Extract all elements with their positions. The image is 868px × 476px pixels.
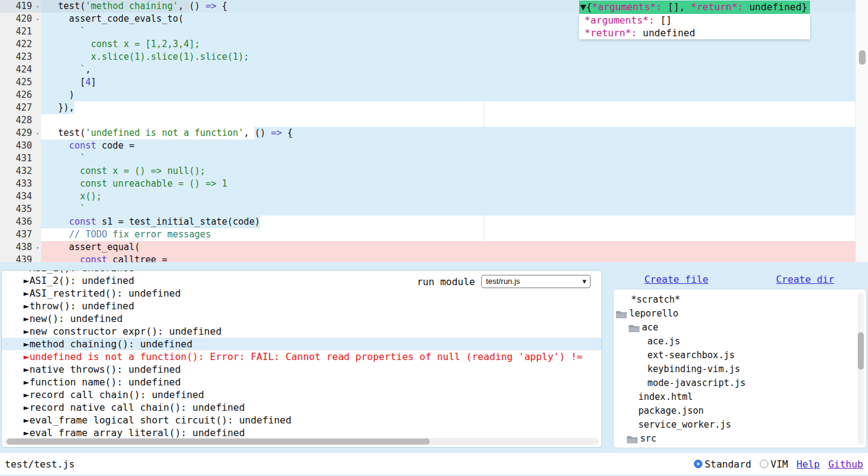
gutter-line-number[interactable]: 429▾ [0,127,41,140]
test-result-item[interactable]: ►eval_frame logical short circuit(): und… [2,414,601,426]
gutter-line-number[interactable]: 431 [0,152,41,165]
fold-icon[interactable]: ▾ [36,13,39,26]
code-line[interactable]: const code = [0,140,855,152]
tree-vertical-scrollbar[interactable] [858,292,864,445]
gutter-line-number[interactable]: 430 [0,140,41,152]
fold-icon[interactable]: ▾ [36,127,39,140]
create-dir-link[interactable]: Create dir [776,274,834,285]
test-results-console[interactable]: ►ASI_1(): undefined►ASI_2(): undefined►A… [1,270,602,448]
code-line-text: [4] [47,76,855,89]
test-result-item[interactable]: ►new constructor expr(): undefined [2,325,601,338]
editor-scrollbar-thumb[interactable] [859,50,866,65]
tree-file-item[interactable]: ext-searchbox.js [614,349,866,362]
gutter-line-number[interactable]: 421 [0,25,41,38]
gutter-line-number[interactable]: 428 [0,114,41,127]
test-result-item[interactable]: ►record call chain(): undefined [2,388,601,401]
tooltip-property-row[interactable]: *return*: undefined [579,27,810,39]
file-tree[interactable]: *scratch*leporelloaceace.jsext-searchbox… [613,289,867,448]
test-result-item[interactable]: ►ASI_1(): undefined [2,270,601,274]
tree-folder-item[interactable]: leporello [614,307,866,321]
gutter-line-number[interactable]: 425 [0,76,41,89]
line-number-gutter[interactable]: 419▾420▾421422423424425426427428429▾4304… [0,0,41,262]
code-token: { [586,1,592,13]
code-line[interactable] [0,114,855,127]
code-line[interactable]: const x = [1,2,3,4]; [0,38,855,51]
code-token: 'method chaining' [85,1,178,11]
value-tooltip-header[interactable]: ▼{*arguments*: [], *return*: undefined} [579,1,810,14]
tooltip-property-row[interactable]: *arguments*: [] [579,14,810,27]
gutter-line-number[interactable]: 423 [0,51,41,63]
gutter-line-number[interactable]: 419▾ [0,0,41,13]
code-token: ` [80,64,85,75]
test-result-item[interactable]: ►native throws(): undefined [2,363,601,376]
help-link[interactable]: Help [797,458,820,470]
code-line-text: test('undefined is not a function', () =… [47,127,855,140]
gutter-line-number[interactable]: 432 [0,165,41,178]
test-result-item[interactable]: ►record native call chain(): undefined [2,401,601,414]
gutter-line-number[interactable]: 438▾ [0,241,41,254]
code-line[interactable]: }), [0,101,855,114]
github-link[interactable]: Github [828,458,863,470]
radio-selected-icon [694,460,702,468]
gutter-line-number[interactable]: 436 [0,216,41,228]
code-line[interactable]: const s1 = test_initial_state(code) [0,216,855,228]
tree-file-item[interactable]: ace.js [614,335,866,349]
code-token: ` [80,153,85,164]
fold-icon[interactable]: ▾ [36,1,39,13]
code-token: ▼ [580,1,586,13]
code-editor[interactable]: test('method chaining', () => { assert_c… [0,0,868,262]
keybinding-standard-radio[interactable]: Standard [694,458,751,470]
code-line[interactable]: const x = () => null(); [0,165,855,178]
create-file-link[interactable]: Create file [644,274,708,285]
test-result-item[interactable]: ►function name(): undefined [2,376,601,388]
keybinding-vim-label: VIM [771,458,788,470]
code-line[interactable]: test('undefined is not a function', () =… [0,127,855,140]
gutter-line-number[interactable]: 422 [0,38,41,51]
code-line[interactable]: x.slice(1).slice(1).slice(1); [0,51,855,63]
code-line[interactable]: `, [0,63,855,76]
code-rows: test('method chaining', () => { assert_c… [0,0,855,262]
code-line-text: ` [47,203,855,216]
test-result-item[interactable]: ►method chaining(): undefined [2,338,601,350]
console-scrollbar-thumb[interactable] [7,439,430,445]
code-line[interactable]: const unreachable = () => 1 [0,178,855,190]
test-result-item[interactable]: ►eval_frame array_literal(): undefined [2,426,601,439]
code-line-text: x(); [47,190,855,203]
test-result-item[interactable]: ►undefined is not a function(): Error: F… [2,350,601,363]
code-line[interactable]: const calltree = [0,254,855,262]
tree-file-item[interactable]: index.html [614,390,866,404]
tree-file-item[interactable]: *scratch* [614,293,866,307]
editor-vertical-scrollbar[interactable] [855,0,868,262]
tree-file-item[interactable]: mode-javascript.js [614,376,866,390]
tree-file-item[interactable]: package.json [614,404,866,418]
code-line[interactable]: // TODO fix error messages [0,228,855,241]
gutter-line-number[interactable]: 433 [0,178,41,190]
tree-file-item[interactable]: keybinding-vim.js [614,362,866,376]
console-horizontal-scrollbar[interactable] [4,438,599,445]
test-result-item[interactable]: ►ASI_restrited(): undefined [2,287,601,300]
tree-folder-item[interactable]: ace [614,321,866,335]
code-line[interactable]: [4] [0,76,855,89]
gutter-line-number[interactable]: 437 [0,228,41,241]
tree-file-item[interactable]: ast_utils.js [614,446,866,448]
test-result-item[interactable]: ►throw(): undefined [2,300,601,312]
tree-scrollbar-thumb[interactable] [858,332,864,370]
gutter-line-number[interactable]: 434 [0,190,41,203]
tree-folder-item[interactable]: src [614,432,866,446]
gutter-line-number[interactable]: 439 [0,254,41,262]
gutter-line-number[interactable]: 427 [0,101,41,114]
code-line[interactable]: x(); [0,190,855,203]
gutter-line-number[interactable]: 420▾ [0,13,41,25]
code-line[interactable]: ` [0,152,855,165]
code-line[interactable]: ` [0,203,855,216]
fold-icon[interactable]: ▾ [36,242,39,254]
tree-file-item[interactable]: service_worker.js [614,418,866,432]
keybinding-vim-radio[interactable]: VIM [760,458,788,470]
test-result-item[interactable]: ►new(): undefined [2,312,601,325]
code-line[interactable]: ) [0,89,855,101]
gutter-line-number[interactable]: 426 [0,89,41,101]
run-module-select[interactable]: test/run.js ▾ [481,275,591,288]
gutter-line-number[interactable]: 424 [0,63,41,76]
code-line[interactable]: assert_equal( [0,241,855,254]
gutter-line-number[interactable]: 435 [0,203,41,216]
